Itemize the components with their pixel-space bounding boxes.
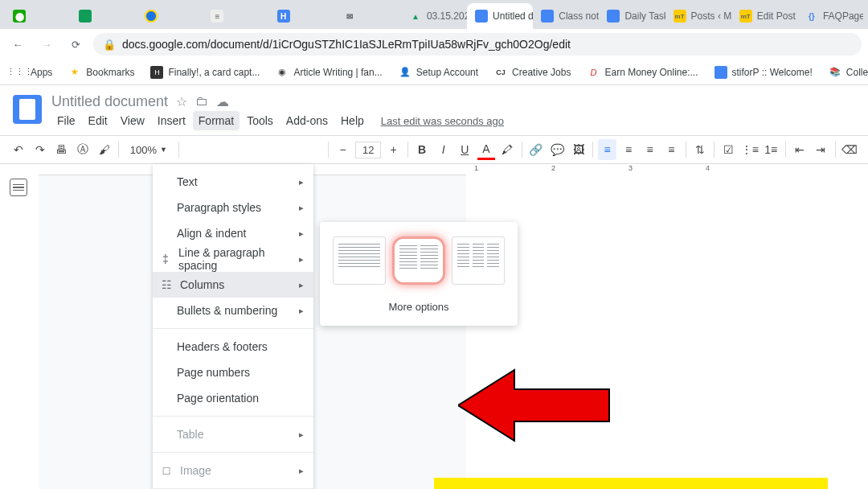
tab[interactable] (137, 3, 203, 29)
checklist-button[interactable]: ☑ (719, 139, 738, 160)
annotation-arrow-icon (458, 367, 611, 444)
bookmark[interactable]: stiforP :: Welcome! (708, 63, 819, 82)
tab[interactable] (71, 3, 137, 29)
bookmarks-bar: ⋮⋮⋮Apps ★Bookmarks HFinally!, a card cap… (0, 60, 868, 85)
fontsize-plus-button[interactable]: + (384, 139, 403, 160)
bookmark[interactable]: DEarn Money Online:... (580, 63, 704, 82)
reload-button[interactable]: ⟳ (64, 33, 87, 55)
bookmark[interactable]: ◉Article Writing | fan... (269, 63, 388, 82)
link-button[interactable]: 🔗 (527, 139, 546, 160)
document-title[interactable]: Untitled document (51, 93, 168, 110)
fontsize-input[interactable]: 12 (355, 142, 381, 158)
highlight-button[interactable]: 🖍 (498, 139, 517, 160)
star-icon[interactable]: ☆ (176, 94, 187, 109)
tab[interactable]: Class notes× (533, 3, 599, 29)
bookmark[interactable]: 👤Setup Account (392, 63, 485, 82)
bold-button[interactable]: B (413, 139, 432, 160)
linespacing-icon: ‡ (159, 253, 172, 265)
column-option-1[interactable] (333, 236, 386, 285)
menu-view[interactable]: View (115, 111, 150, 130)
menu-insert[interactable]: Insert (152, 111, 191, 130)
outdent-button[interactable]: ⇤ (790, 139, 809, 160)
columns-submenu: More options (320, 222, 518, 326)
menu-page-orientation[interactable]: Page orientation (153, 385, 313, 411)
menu-format[interactable]: Format (193, 111, 240, 130)
bulletlist-button[interactable]: ⋮≡ (740, 139, 759, 160)
menu-text[interactable]: Text▸ (153, 169, 313, 195)
tab[interactable]: mTEdit Post "H× (731, 3, 797, 29)
menu-table: Table▸ (153, 421, 313, 447)
last-edit-link[interactable]: Last edit was seconds ago (381, 115, 504, 127)
tab[interactable]: H (269, 3, 335, 29)
tab[interactable]: Daily Task S× (599, 3, 665, 29)
menu-line-spacing[interactable]: ‡Line & paragraph spacing▸ (153, 246, 313, 272)
toolbar: ↶ ↷ 🖶 Ⓐ 🖌 100%▼ − 12 + B I U A 🖍 🔗 💬 🖼 ≡… (0, 135, 868, 164)
menu-headers-footers[interactable]: Headers & footers (153, 334, 313, 360)
image-button[interactable]: 🖼 (570, 139, 588, 160)
annotation-callout: Select the 2-column image among the 3 op… (434, 478, 828, 489)
underline-button[interactable]: U (456, 139, 474, 160)
url-input[interactable]: 🔒 docs.google.com/document/d/1iCrOguSTZh… (93, 33, 862, 55)
undo-button[interactable]: ↶ (10, 139, 28, 160)
bookmark[interactable]: ★Bookmarks (62, 63, 141, 82)
outline-icon[interactable] (10, 179, 27, 196)
menu-help[interactable]: Help (335, 111, 370, 130)
move-icon[interactable]: 🗀 (195, 94, 208, 109)
tab-active[interactable]: Untitled doc× (467, 3, 533, 29)
format-dropdown: Text▸ Paragraph styles▸ Align & indent▸ … (153, 164, 313, 489)
tab[interactable]: ≡ (203, 3, 268, 29)
redo-button[interactable]: ↷ (31, 139, 50, 160)
fontsize-minus-button[interactable]: − (334, 139, 352, 160)
textcolor-button[interactable]: A (477, 139, 496, 160)
menu-file[interactable]: File (51, 111, 81, 130)
menu-edit[interactable]: Edit (83, 111, 113, 130)
align-justify-button[interactable]: ≡ (662, 139, 681, 160)
bookmark[interactable]: CJCreative Jobs (488, 63, 577, 82)
tab[interactable]: mTPosts ‹ Mas× (665, 3, 731, 29)
browser-tab-strip: ⬤ ≡ H ✉ ▲03.15.2022× Untitled doc× Class… (0, 0, 868, 29)
menu-image: □Image▸ (153, 458, 313, 483)
print-button[interactable]: 🖶 (52, 139, 71, 160)
bookmark[interactable]: 📚Collection of the M (822, 63, 868, 82)
paint-button[interactable]: 🖌 (95, 139, 113, 160)
zoom-select[interactable]: 100%▼ (124, 144, 174, 156)
menu-addons[interactable]: Add-ons (280, 111, 334, 130)
columns-icon: ☷ (159, 278, 174, 291)
tab[interactable]: ⬤ (5, 3, 71, 29)
column-option-2[interactable] (392, 236, 445, 285)
menu-align-indent[interactable]: Align & indent▸ (153, 220, 313, 246)
cloud-icon[interactable]: ☁ (216, 94, 229, 109)
menu-page-numbers[interactable]: Page numbers (153, 360, 313, 385)
align-left-button[interactable]: ≡ (598, 139, 616, 160)
spellcheck-button[interactable]: Ⓐ (74, 139, 92, 160)
lock-icon: 🔒 (103, 39, 116, 51)
numberlist-button[interactable]: 1≡ (762, 139, 780, 160)
forward-button[interactable]: → (35, 33, 58, 55)
column-option-3[interactable] (452, 236, 505, 285)
svg-marker-0 (458, 370, 609, 441)
bookmark[interactable]: HFinally!, a card capt... (144, 63, 266, 82)
clearformat-button[interactable]: ⌫ (841, 139, 859, 160)
back-button[interactable]: ← (6, 33, 29, 55)
menu-columns[interactable]: ☷Columns▸ (153, 272, 313, 298)
tab[interactable]: ✉ (335, 3, 401, 29)
menu-bullets-numbering[interactable]: Bullets & numbering▸ (153, 298, 313, 323)
linespacing-button[interactable]: ⇅ (690, 139, 709, 160)
comment-button[interactable]: 💬 (548, 139, 567, 160)
more-options-button[interactable]: More options (331, 298, 506, 316)
apps-bookmark[interactable]: ⋮⋮⋮Apps (6, 63, 59, 82)
menu-tools[interactable]: Tools (241, 111, 279, 130)
align-right-button[interactable]: ≡ (641, 139, 659, 160)
align-center-button[interactable]: ≡ (620, 139, 638, 160)
tab[interactable]: {}FAQPage JS× (797, 3, 863, 29)
image-icon: □ (159, 464, 174, 477)
docs-logo-icon[interactable] (13, 95, 42, 124)
tab[interactable]: ▲03.15.2022× (401, 3, 467, 29)
indent-button[interactable]: ⇥ (812, 139, 830, 160)
menu-paragraph-styles[interactable]: Paragraph styles▸ (153, 195, 313, 220)
italic-button[interactable]: I (434, 139, 452, 160)
